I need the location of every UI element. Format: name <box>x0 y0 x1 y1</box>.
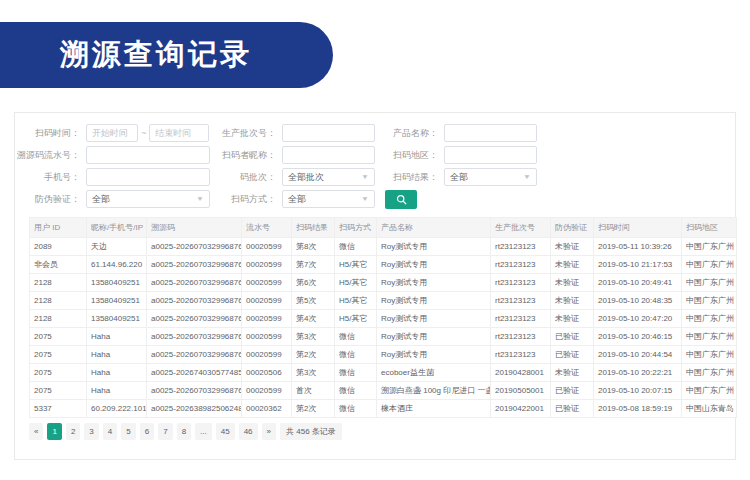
table-row: 2075Hahaa0025-202674030577485500020506第3… <box>30 364 737 382</box>
table-cell: 第7次 <box>292 256 335 274</box>
table-cell: 2128 <box>30 274 87 292</box>
table-cell: Roy测试专用 <box>377 328 491 346</box>
pagination-page-6[interactable]: 6 <box>140 423 154 440</box>
pagination: «12345678...4546»共 456 条记录 <box>29 423 735 440</box>
table-row: 212813580409251a0025-2026070329968765000… <box>30 310 737 328</box>
column-header: 产品名称 <box>377 218 491 238</box>
chevron-down-icon: ▼ <box>361 174 369 180</box>
table-cell: 中国广东广州 <box>682 238 737 256</box>
pagination-page-5[interactable]: 5 <box>121 423 135 440</box>
column-header: 昵称/手机号/IP <box>87 218 147 238</box>
phone-input[interactable] <box>86 168 210 186</box>
table-cell: rt23123123 <box>491 256 551 274</box>
scan-result-label: 扫码结果： <box>375 171 444 184</box>
table-row: 2075Hahaa0025-202607032996876500020599第2… <box>30 346 737 364</box>
table-cell: a0025-2026070329968765 <box>147 238 242 256</box>
table-cell: 非会员 <box>30 256 87 274</box>
scan-result-value: 全部 <box>450 171 468 184</box>
table-cell: 20190505001 <box>491 382 551 400</box>
table-cell: rt23123123 <box>491 310 551 328</box>
pagination-page-8[interactable]: 8 <box>177 423 191 440</box>
table-cell: 中国广东广州 <box>682 256 737 274</box>
column-header: 防伪验证 <box>551 218 594 238</box>
table-cell: rt23123123 <box>491 292 551 310</box>
pagination-total: 共 456 条记录 <box>280 423 342 440</box>
pagination-page-3[interactable]: 3 <box>84 423 98 440</box>
table-cell: 第4次 <box>292 310 335 328</box>
product-name-label: 产品名称： <box>375 127 444 140</box>
table-cell: 61.144.96.220 <box>87 256 147 274</box>
table-cell: Haha <box>87 382 147 400</box>
table-cell: 中国广东广州 <box>682 328 737 346</box>
table-cell: rt23123123 <box>491 274 551 292</box>
content-card: 扫码时间： ~ 生产批次号： 产品名称： 溯源码流水号： 扫码者昵称： 扫码地区… <box>14 112 736 460</box>
table-cell: 2019-05-10 20:46:15 <box>594 328 682 346</box>
table-cell: 20190428001 <box>491 364 551 382</box>
scan-time-end-input[interactable] <box>149 124 209 142</box>
table-cell: a0025-2026070329968765 <box>147 274 242 292</box>
pagination-page-46[interactable]: 46 <box>239 423 258 440</box>
scan-time-start-input[interactable] <box>86 124 138 142</box>
table-cell: 2128 <box>30 292 87 310</box>
table-cell: 微信 <box>335 400 377 418</box>
chevron-down-icon: ▼ <box>361 196 369 202</box>
scan-result-select[interactable]: 全部 ▼ <box>444 168 537 186</box>
search-button[interactable] <box>385 190 417 209</box>
table-cell: 2089 <box>30 238 87 256</box>
column-header: 溯源码 <box>147 218 242 238</box>
pagination-page-4[interactable]: 4 <box>103 423 117 440</box>
table-cell: 未验证 <box>551 364 594 382</box>
code-batch-select[interactable]: 全部批次 ▼ <box>282 168 375 186</box>
table-row: 212813580409251a0025-2026070329968765000… <box>30 292 737 310</box>
table-cell: 已验证 <box>551 346 594 364</box>
table-cell: 中国广东广州 <box>682 346 737 364</box>
table-cell: ecoboer益生菌 <box>377 364 491 382</box>
anti-fake-select[interactable]: 全部 ▼ <box>86 190 210 208</box>
table-cell: 2019-05-08 18:59:19 <box>594 400 682 418</box>
table-cell: Roy测试专用 <box>377 310 491 328</box>
table-cell: 第8次 <box>292 238 335 256</box>
trace-serial-label: 溯源码流水号： <box>15 149 86 162</box>
table-cell: 微信 <box>335 346 377 364</box>
table-cell: 首次 <box>292 382 335 400</box>
table-cell: 第2次 <box>292 346 335 364</box>
pagination-page-45[interactable]: 45 <box>216 423 235 440</box>
pagination-page-7[interactable]: 7 <box>158 423 172 440</box>
column-header: 流水号 <box>242 218 292 238</box>
scanner-nickname-input[interactable] <box>282 146 375 164</box>
production-batch-input[interactable] <box>282 124 375 142</box>
table-cell: H5/其它 <box>335 256 377 274</box>
table-cell: Haha <box>87 364 147 382</box>
table-cell: 00020362 <box>242 400 292 418</box>
phone-label: 手机号： <box>15 171 86 184</box>
column-header: 扫码方式 <box>335 218 377 238</box>
table-cell: 未验证 <box>551 310 594 328</box>
table-cell: 微信 <box>335 328 377 346</box>
pagination-ellipsis: ... <box>195 423 212 440</box>
table-cell: Roy测试专用 <box>377 292 491 310</box>
table-cell: 第5次 <box>292 292 335 310</box>
trace-serial-input[interactable] <box>86 146 210 164</box>
filter-row-2: 溯源码流水号： 扫码者昵称： 扫码地区： <box>15 145 735 165</box>
table-cell: Roy测试专用 <box>377 238 491 256</box>
table-cell: 中国广东广州 <box>682 274 737 292</box>
table-cell: 2128 <box>30 310 87 328</box>
pagination-next[interactable]: » <box>262 423 276 440</box>
table-cell: 2019-05-10 20:07:15 <box>594 382 682 400</box>
table-cell: H5/其它 <box>335 292 377 310</box>
scan-region-input[interactable] <box>444 146 537 164</box>
pagination-prev[interactable]: « <box>29 423 43 440</box>
table-cell: 13580409251 <box>87 310 147 328</box>
table-cell: 第2次 <box>292 400 335 418</box>
table-cell: 00020599 <box>242 328 292 346</box>
chevron-down-icon: ▼ <box>523 174 531 180</box>
filter-row-4: 防伪验证： 全部 ▼ 扫码方式： 全部 ▼ <box>15 189 735 209</box>
pagination-page-1[interactable]: 1 <box>47 423 61 440</box>
table-row: 212813580409251a0025-2026070329968765000… <box>30 274 737 292</box>
scan-method-select[interactable]: 全部 ▼ <box>282 190 375 208</box>
code-batch-value: 全部批次 <box>288 171 324 184</box>
product-name-input[interactable] <box>444 124 537 142</box>
table-cell: a0025-2026740305774855 <box>147 364 242 382</box>
pagination-page-2[interactable]: 2 <box>66 423 80 440</box>
table-cell: a0025-2026070329968765 <box>147 382 242 400</box>
